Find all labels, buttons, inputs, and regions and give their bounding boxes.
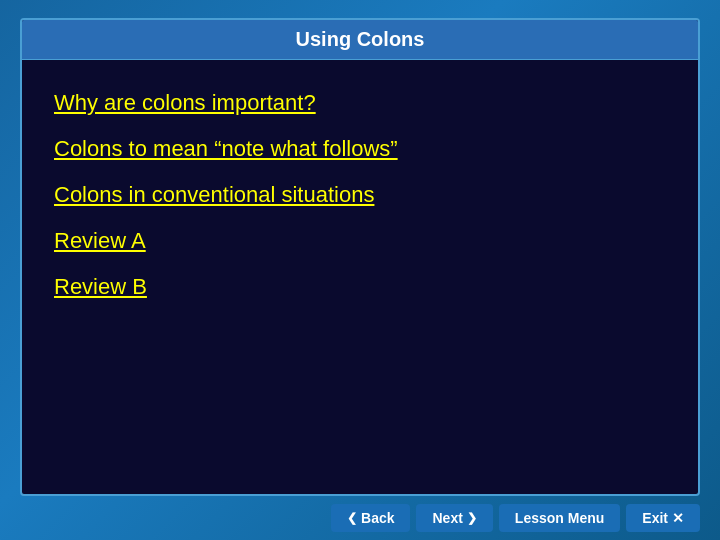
link-why-colons-important[interactable]: Why are colons important? <box>54 84 666 122</box>
link-review-b[interactable]: Review B <box>54 268 666 306</box>
slide-container: Using Colons Why are colons important? C… <box>20 18 700 496</box>
exit-label: Exit <box>642 510 668 526</box>
link-colons-note-what-follows[interactable]: Colons to mean “note what follows” <box>54 130 666 168</box>
lesson-menu-button[interactable]: Lesson Menu <box>499 504 620 532</box>
slide-content: Why are colons important? Colons to mean… <box>22 60 698 494</box>
back-button[interactable]: ❮ Back <box>331 504 410 532</box>
link-colons-conventional[interactable]: Colons in conventional situations <box>54 176 666 214</box>
bottom-nav-row: ❮ Back Next ❯ Lesson Menu Exit ✕ <box>20 496 700 540</box>
back-label: Back <box>361 510 394 526</box>
next-button[interactable]: Next ❯ <box>416 504 492 532</box>
exit-button[interactable]: Exit ✕ <box>626 504 700 532</box>
link-review-a[interactable]: Review A <box>54 222 666 260</box>
slide-title-bar: Using Colons <box>22 20 698 60</box>
exit-x-icon: ✕ <box>672 510 684 526</box>
slide-title: Using Colons <box>296 28 425 50</box>
back-chevron-icon: ❮ <box>347 511 357 525</box>
lesson-menu-label: Lesson Menu <box>515 510 604 526</box>
next-label: Next <box>432 510 462 526</box>
next-chevron-icon: ❯ <box>467 511 477 525</box>
outer-wrapper: Using Colons Why are colons important? C… <box>0 0 720 540</box>
